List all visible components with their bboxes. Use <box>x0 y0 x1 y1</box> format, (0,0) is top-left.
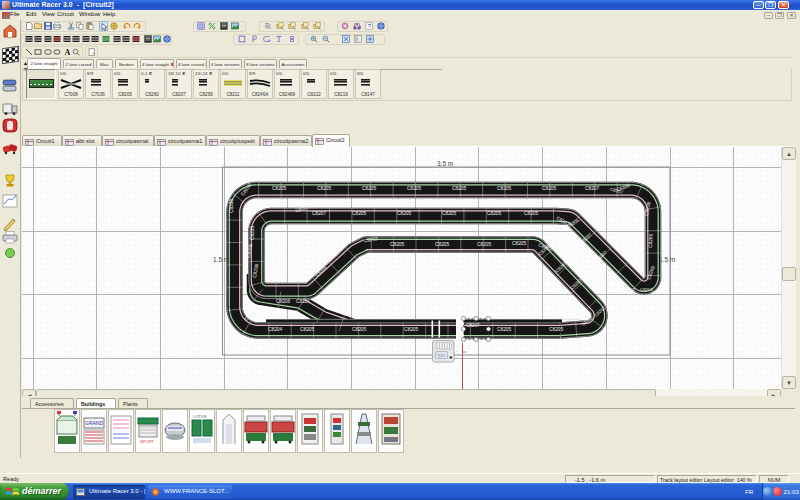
svg-text:3.5 m: 3.5 m <box>437 160 453 167</box>
svg-text:C8205: C8205 <box>250 226 255 240</box>
svg-text:1.5 m: 1.5 m <box>659 256 675 263</box>
svg-text:C8205: C8205 <box>497 186 511 191</box>
svg-text:C8205: C8205 <box>352 327 366 332</box>
svg-text:C8205: C8205 <box>272 186 286 191</box>
svg-text:C8201: C8201 <box>296 299 310 304</box>
svg-text:C8205: C8205 <box>229 199 234 213</box>
svg-text:C8204: C8204 <box>268 327 282 332</box>
svg-text:C8205: C8205 <box>442 211 456 216</box>
svg-text:C8202: C8202 <box>622 287 635 292</box>
svg-text:C8205: C8205 <box>362 186 376 191</box>
svg-text:C8202: C8202 <box>640 287 653 292</box>
svg-text:C8205: C8205 <box>390 242 404 247</box>
svg-text:C8205: C8205 <box>542 186 556 191</box>
svg-text:C8205: C8205 <box>404 327 418 332</box>
svg-text:*12V: *12V <box>437 354 445 358</box>
svg-text:C8205: C8205 <box>300 327 314 332</box>
svg-text:A: A <box>64 48 70 56</box>
svg-text:C8205: C8205 <box>512 241 526 246</box>
svg-text:C8205: C8205 <box>648 233 654 248</box>
svg-text:C8205: C8205 <box>487 211 501 216</box>
svg-text:C8205: C8205 <box>397 211 411 216</box>
svg-text:LOTUS: LOTUS <box>193 414 207 419</box>
svg-text:GRAND: GRAND <box>85 420 103 426</box>
svg-text:C8205: C8205 <box>407 186 421 191</box>
svg-text:C8206: C8206 <box>276 299 290 304</box>
svg-text:SPORT: SPORT <box>140 439 154 444</box>
svg-text:C8207: C8207 <box>585 186 599 191</box>
svg-text:C8205: C8205 <box>477 242 491 247</box>
svg-text:C8205: C8205 <box>352 211 366 216</box>
svg-text:C8205: C8205 <box>452 186 466 191</box>
svg-text:C8205: C8205 <box>317 186 331 191</box>
svg-text:C8205: C8205 <box>549 327 563 332</box>
svg-text:C8207: C8207 <box>312 211 326 216</box>
svg-text:C8205: C8205 <box>524 211 538 216</box>
svg-text:C8207: C8207 <box>466 323 480 328</box>
svg-text:C8205: C8205 <box>435 242 449 247</box>
svg-text:C8205: C8205 <box>497 327 511 332</box>
